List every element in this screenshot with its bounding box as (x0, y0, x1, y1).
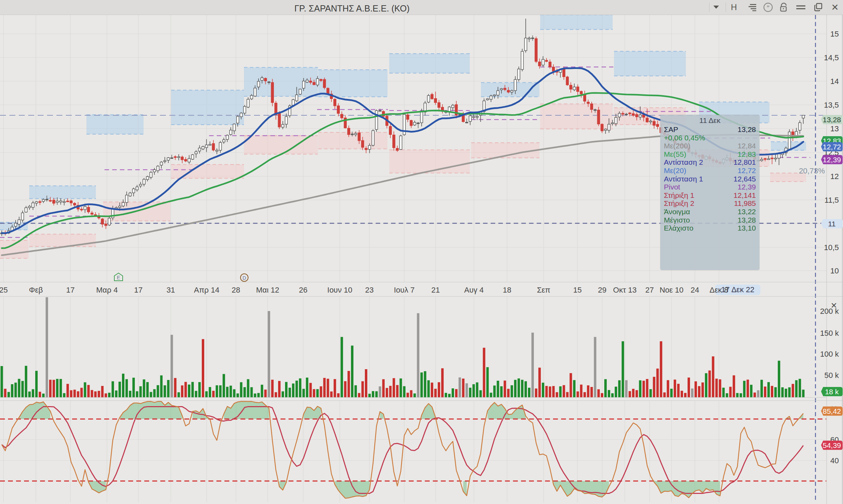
candle-body (21, 213, 24, 220)
quote-icon[interactable]: ” (762, 1, 774, 13)
candle-body (653, 121, 655, 125)
price-axis-label[interactable]: 13,5 (814, 101, 839, 110)
volume-bar (466, 383, 468, 397)
volume-bar (597, 389, 600, 397)
volume-bar (733, 375, 735, 397)
volume-bar (21, 381, 24, 397)
candle-body (299, 89, 301, 94)
volume-bar (84, 382, 86, 397)
volume-bar (722, 388, 725, 397)
candle-body (153, 170, 156, 172)
candle-body (778, 154, 780, 158)
volume-bar (282, 391, 284, 397)
volume-bar (278, 381, 281, 397)
price-axis-label[interactable]: 14,5 (814, 53, 839, 62)
volume-bar (764, 387, 766, 397)
volume-bar (268, 311, 270, 397)
price-axis-label[interactable]: 15 (814, 30, 839, 39)
volume-bar (14, 383, 17, 397)
price-axis-label[interactable]: 10 (814, 266, 839, 276)
volume-bar (559, 386, 562, 397)
volume-bar (368, 394, 371, 397)
indicator-list-icon[interactable] (745, 1, 758, 13)
candle-body (122, 202, 124, 206)
volume-bar (469, 388, 472, 397)
volume-last-badge: 18 k (821, 387, 843, 396)
candle-body (636, 115, 638, 117)
candle-body (594, 110, 596, 111)
volume-bar (757, 390, 759, 397)
candle-body (538, 62, 541, 66)
candle-body (365, 148, 367, 150)
resistance-zone (540, 15, 613, 30)
price-axis-label[interactable]: 14 (814, 77, 839, 86)
price-axis-label[interactable]: 12 (814, 172, 839, 181)
tooltip-row-label: Αντίσταση 2 (664, 158, 703, 166)
date-axis-label: Μαι 12 (248, 286, 287, 295)
candle-body (237, 116, 239, 123)
volume-bar (424, 371, 426, 397)
volume-bar (563, 385, 565, 397)
candle-body (53, 200, 55, 203)
candle-body (25, 208, 27, 212)
candle-body (629, 113, 631, 114)
volume-bar (153, 389, 156, 397)
volume-bar (538, 367, 541, 397)
volume-bar (143, 379, 145, 397)
candle-body (518, 69, 520, 79)
tooltip-row-label: Μέγιστο (664, 216, 690, 224)
candle-body (184, 160, 187, 161)
volume-bar (63, 393, 66, 397)
volume-bar (351, 346, 353, 397)
candle-body (347, 128, 350, 134)
price-axis-label[interactable]: 13 (814, 124, 839, 133)
candle-body (500, 89, 503, 90)
timeframe-button[interactable]: H (728, 1, 740, 13)
candle-body (590, 104, 593, 109)
tooltip-row: Στήριξη 112,141 (660, 191, 759, 200)
volume-bar (139, 386, 142, 397)
oscillator-badge: 54,39 (821, 441, 843, 450)
volume-bar (497, 381, 499, 397)
close-icon[interactable]: ✕ (829, 1, 841, 13)
candle-body (618, 113, 621, 117)
candle-body (60, 201, 62, 202)
unlock-icon[interactable] (777, 1, 790, 13)
tooltip-row-value: 13,28 (737, 125, 756, 134)
equals-icon[interactable] (795, 1, 807, 13)
chevron-down-icon[interactable] (710, 1, 722, 13)
tooltip-row-value: 12,141 (734, 191, 756, 200)
candle-body (268, 82, 270, 83)
duplicate-window-icon[interactable] (812, 1, 825, 13)
candle-body (604, 129, 607, 131)
price-axis-label[interactable]: 10,5 (814, 243, 839, 252)
volume-bar (576, 391, 579, 397)
volume-bar (316, 389, 319, 397)
volume-bar (275, 392, 277, 397)
candle-body (170, 158, 173, 159)
volume-bar (358, 393, 360, 397)
volume-bar (386, 388, 388, 397)
candle-body (760, 160, 763, 161)
candle-body (84, 207, 86, 210)
candle-body (334, 99, 336, 106)
volume-bar (566, 392, 568, 397)
volume-bar (25, 366, 27, 397)
candle-body (656, 124, 659, 126)
volume-bar (771, 386, 773, 397)
candle-body (431, 94, 433, 99)
volume-bar (42, 394, 45, 397)
tooltip-row-label: Με(20) (664, 166, 686, 175)
volume-bar (60, 379, 62, 397)
volume-bar (569, 373, 572, 397)
candle-body (240, 113, 243, 117)
volume-bar (629, 391, 631, 397)
candle-body (639, 115, 642, 117)
candle-body (649, 121, 652, 122)
volume-bar (170, 335, 173, 397)
volume-bar (524, 381, 527, 397)
volume-bar (507, 389, 509, 397)
price-badge-13-28: 13,28 (821, 115, 843, 124)
price-axis-label[interactable]: 11,5 (814, 196, 839, 205)
volume-bar (53, 380, 55, 397)
